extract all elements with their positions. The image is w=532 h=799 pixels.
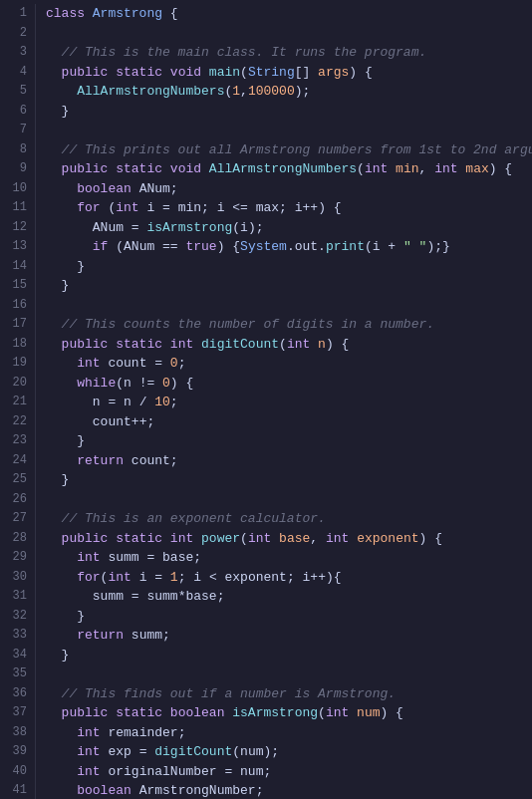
kw-token: int — [365, 161, 396, 176]
code-line: } — [46, 470, 532, 490]
kw-token: static — [116, 161, 170, 176]
line-number: 38 — [8, 723, 27, 743]
code-line: summ = summ*base; — [46, 587, 532, 607]
punc-token: ; — [287, 570, 303, 585]
line-number: 23 — [8, 431, 27, 451]
var-token: summ — [108, 550, 146, 565]
kw-token: boolean — [170, 705, 232, 720]
punc-token: ; — [178, 725, 186, 740]
num-token: 1 — [232, 84, 240, 99]
var-token: ANum — [139, 181, 170, 196]
var-token: min — [178, 200, 201, 215]
line-numbers: 1234567891011121314151617181920212223242… — [0, 4, 36, 799]
code-line — [46, 121, 532, 140]
punc-token: ( — [279, 337, 287, 352]
punc-token: );} — [426, 239, 449, 254]
kw-token: int — [170, 531, 201, 546]
code-line: } — [46, 646, 532, 666]
punc-token: = — [108, 395, 124, 409]
var-token: n — [46, 395, 108, 409]
var-token: count — [108, 356, 154, 371]
code-line: public static boolean isArmstrong(int nu… — [46, 703, 532, 723]
kw-token: static — [116, 65, 170, 80]
punc-token: { — [162, 6, 178, 21]
code-line — [46, 296, 532, 316]
num-token: 1 — [170, 570, 178, 585]
line-number: 3 — [8, 43, 27, 63]
var-token: summ — [46, 589, 132, 604]
code-line: } — [46, 276, 532, 296]
punc-token: } — [46, 259, 85, 274]
line-number: 20 — [8, 374, 27, 394]
punc-token: . — [287, 239, 295, 254]
kw-token: int — [46, 356, 108, 371]
kw-token: int — [248, 531, 279, 546]
punc-token: . — [318, 239, 326, 254]
line-number: 5 — [8, 82, 27, 102]
punc-token: ) { — [349, 65, 372, 80]
kw-token: public — [46, 531, 116, 546]
kw-token: return — [46, 453, 132, 468]
kw-token: int — [434, 161, 465, 176]
line-number: 32 — [8, 607, 27, 627]
punc-token: ( — [240, 531, 248, 546]
line-number: 7 — [8, 121, 27, 140]
kw-token: int — [108, 570, 138, 585]
punc-token: , — [310, 531, 326, 546]
punc-token: ); — [248, 220, 264, 235]
var-token: summ — [146, 589, 177, 604]
line-number: 16 — [8, 296, 27, 316]
punc-token: == — [162, 239, 185, 254]
code-line: int summ = base; — [46, 548, 532, 568]
var-token: count — [132, 453, 170, 468]
kw-token: static — [116, 337, 170, 352]
kw-token: int — [170, 337, 201, 352]
var-token: base — [162, 550, 193, 565]
kw-token: int — [326, 705, 357, 720]
var-token: num — [240, 744, 263, 759]
fn-token: AllArmstrongNumbers — [46, 84, 224, 99]
punc-token: ) { — [326, 337, 349, 352]
kw-token: return — [46, 628, 132, 643]
punc-token: ; — [170, 453, 178, 468]
fn-token: digitCount — [201, 337, 279, 352]
punc-token: } — [46, 609, 85, 624]
punc-token: } — [46, 472, 69, 487]
punc-token: ); — [295, 84, 311, 99]
code-line: } — [46, 607, 532, 627]
param-token: args — [318, 65, 349, 80]
line-number: 14 — [8, 257, 27, 277]
punc-token: ) { — [170, 376, 193, 391]
var-token: count — [46, 414, 132, 429]
line-number: 28 — [8, 529, 27, 549]
kw-token: int — [46, 764, 108, 779]
kw-token: public — [46, 705, 116, 720]
punc-token: ; — [263, 764, 271, 779]
punc-token: [] — [295, 65, 318, 80]
line-number: 9 — [8, 159, 27, 179]
code-line: } — [46, 257, 532, 277]
punc-token: != — [139, 376, 162, 391]
punc-token: = — [154, 356, 170, 371]
param-token: exponent — [357, 531, 418, 546]
punc-token: ; — [178, 570, 194, 585]
line-number: 33 — [8, 626, 27, 646]
var-token: i — [146, 200, 162, 215]
var-token: exponent — [225, 570, 287, 585]
var-token: i — [373, 239, 389, 254]
punc-token: ) { — [489, 161, 512, 176]
var-token: originalNumber — [108, 764, 224, 779]
var-token: out — [295, 239, 318, 254]
punc-token: ++){ — [310, 570, 341, 585]
line-number: 4 — [8, 63, 27, 83]
kw-token: boolean — [46, 181, 139, 196]
code-line: // This prints out all Armstrong numbers… — [46, 140, 532, 160]
line-number: 24 — [8, 451, 27, 471]
var-token: remainder — [108, 725, 177, 740]
punc-token: ) { — [419, 531, 442, 546]
punc-token: ( — [365, 239, 373, 254]
str-token: " " — [403, 239, 426, 254]
kw-token: class — [46, 6, 93, 21]
code-line: boolean ArmstrongNumber; — [46, 781, 532, 799]
line-number: 34 — [8, 646, 27, 666]
